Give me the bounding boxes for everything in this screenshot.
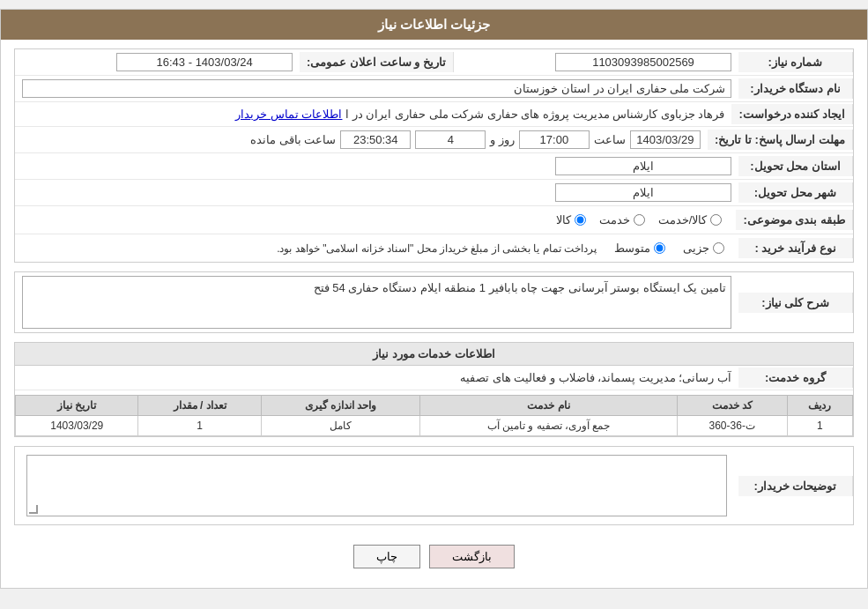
col-row-num: ردیف — [787, 396, 852, 416]
category-radio-2[interactable] — [634, 214, 645, 226]
services-section-title: اطلاعات خدمات مورد نیاز — [15, 343, 853, 366]
deadline-time-input: 17:00 — [519, 130, 590, 149]
col-service-name: نام خدمت — [420, 396, 677, 416]
row-general-desc: شرح کلی نیاز: تامین یک ایستگاه بوستر آبر… — [15, 272, 853, 332]
process-radio-2[interactable] — [654, 242, 665, 254]
row-city: شهر محل تحویل: ایلام — [15, 180, 853, 206]
row-service-group: گروه خدمت: آب رسانی؛ مدیریت پسماند، فاضل… — [15, 366, 853, 390]
page-header: جزئیات اطلاعات نیاز — [1, 10, 867, 40]
table-body: 1 ت-36-360 جمع آوری، تصفیه و تامین آب کا… — [16, 416, 853, 436]
service-group-value: آب رسانی؛ مدیریت پسماند، فاضلاب و فعالیت… — [15, 368, 738, 388]
announcement-label: تاریخ و ساعت اعلان عمومی: — [300, 52, 454, 72]
deadline-value: 1403/03/29 ساعت 17:00 روز و 4 23:50:34 س… — [15, 127, 708, 152]
cell-row-num: 1 — [787, 416, 852, 436]
bottom-buttons: بازگشت چاپ — [14, 534, 854, 579]
category-option-1: کالا — [556, 213, 586, 227]
cell-unit: کامل — [261, 416, 420, 436]
buyer-desc-label: توضیحات خریدار: — [738, 476, 853, 496]
category-label-3: کالا/خدمت — [658, 213, 708, 227]
deadline-remaining-input: 23:50:34 — [340, 130, 411, 149]
process-option-2: متوسط — [614, 241, 665, 255]
deadline-label: مهلت ارسال پاسخ: تا تاریخ: — [708, 130, 853, 150]
city-input: ایلام — [555, 183, 731, 202]
need-number-label: شماره نیاز: — [738, 52, 853, 72]
row-buyer-desc: توضیحات خریدار: — [15, 447, 853, 524]
remaining-label: ساعت باقی مانده — [250, 133, 336, 146]
date-time-row: 1403/03/29 ساعت 17:00 روز و 4 23:50:34 س… — [22, 130, 701, 149]
cell-quantity: 1 — [138, 416, 261, 436]
process-note: پرداخت تمام یا بخشی از مبلغ خریداز محل "… — [277, 242, 597, 255]
general-desc-section: شرح کلی نیاز: تامین یک ایستگاه بوستر آبر… — [14, 271, 854, 333]
process-label-1: جزیی — [683, 241, 709, 255]
announcement-input: 1403/03/24 - 16:43 — [116, 53, 293, 71]
back-button[interactable]: بازگشت — [429, 545, 515, 568]
service-group-text: آب رسانی؛ مدیریت پسماند، فاضلاب و فعالیت… — [460, 371, 731, 384]
table-header-row: ردیف کد خدمت نام خدمت واحد اندازه گیری ت… — [16, 396, 853, 416]
row-category: طبقه بندی موضوعی: کالا/خدمت خدمت — [15, 206, 853, 234]
cell-date: 1403/03/29 — [16, 416, 138, 436]
row-requester: ایجاد کننده درخواست: فرهاد جزباوی کارشنا… — [15, 102, 853, 127]
process-type-row: جزیی متوسط پرداخت تمام یا بخشی از مبلغ خ… — [22, 238, 731, 258]
resize-handle[interactable] — [29, 505, 38, 514]
category-label: طبقه بندی موضوعی: — [736, 210, 853, 230]
buyer-org-value: شرکت ملی حفاری ایران در استان خوزستان — [15, 76, 738, 101]
buyer-desc-section: توضیحات خریدار: — [14, 446, 854, 525]
category-radio-3[interactable] — [710, 214, 722, 226]
province-label: استان محل تحویل: — [738, 156, 853, 176]
category-label-1: کالا — [556, 213, 571, 227]
city-value: ایلام — [15, 180, 738, 205]
services-section: اطلاعات خدمات مورد نیاز گروه خدمت: آب رس… — [14, 342, 854, 437]
need-number-value: 1103093985002569 — [454, 49, 738, 75]
info-section: شماره نیاز: 1103093985002569 تاریخ و ساع… — [14, 48, 854, 263]
content-area: شماره نیاز: 1103093985002569 تاریخ و ساع… — [1, 40, 867, 588]
page-wrapper: جزئیات اطلاعات نیاز شماره نیاز: 11030939… — [0, 9, 868, 589]
buyer-org-input: شرکت ملی حفاری ایران در استان خوزستان — [22, 79, 731, 98]
table-row: 1 ت-36-360 جمع آوری، تصفیه و تامین آب کا… — [16, 416, 853, 436]
print-button[interactable]: چاپ — [353, 545, 420, 568]
buyer-desc-box — [26, 455, 727, 516]
category-value: کالا/خدمت خدمت کالا — [15, 206, 736, 234]
col-service-code: کد خدمت — [677, 396, 787, 416]
announcement-value: 1403/03/24 - 16:43 — [15, 49, 300, 75]
requester-label: ایجاد کننده درخواست: — [731, 104, 853, 124]
col-quantity: تعداد / مقدار — [138, 396, 261, 416]
process-option-1: جزیی — [683, 241, 724, 255]
need-number-input: 1103093985002569 — [555, 53, 731, 71]
process-label: نوع فرآیند خرید : — [738, 238, 853, 258]
category-option-2: خدمت — [599, 213, 645, 227]
row-process: نوع فرآیند خرید : جزیی متوسط پرداخت تمام… — [15, 234, 853, 262]
requester-text: فرهاد جزباوی کارشناس مدیریت پروژه های حف… — [345, 108, 724, 121]
buyer-org-label: نام دستگاه خریدار: — [738, 78, 853, 99]
general-desc-value: تامین یک ایستگاه بوستر آبرسانی جهت چاه ب… — [15, 272, 738, 332]
general-desc-text: تامین یک ایستگاه بوستر آبرسانی جهت چاه ب… — [314, 281, 726, 294]
col-unit: واحد اندازه گیری — [261, 396, 420, 416]
page-title: جزئیات اطلاعات نیاز — [378, 17, 490, 32]
cell-service-code: ت-36-360 — [677, 416, 787, 436]
general-desc-label: شرح کلی نیاز: — [738, 293, 853, 313]
process-value: جزیی متوسط پرداخت تمام یا بخشی از مبلغ خ… — [15, 234, 738, 262]
col-date: تاریخ نیاز — [16, 396, 138, 416]
row-buyer-org: نام دستگاه خریدار: شرکت ملی حفاری ایران … — [15, 76, 853, 102]
province-input: ایلام — [555, 157, 731, 175]
deadline-date-input: 1403/03/29 — [630, 130, 701, 149]
cell-service-name: جمع آوری، تصفیه و تامین آب — [420, 416, 677, 436]
row-province: استان محل تحویل: ایلام — [15, 153, 853, 180]
process-radio-1[interactable] — [713, 242, 724, 254]
deadline-days-input: 4 — [415, 130, 486, 149]
row-deadline: مهلت ارسال پاسخ: تا تاریخ: 1403/03/29 سا… — [15, 127, 853, 153]
requester-value: فرهاد جزباوی کارشناس مدیریت پروژه های حف… — [15, 104, 731, 124]
province-value: ایلام — [15, 153, 738, 179]
requester-contact-link[interactable]: اطلاعات تماس خریدار — [235, 108, 342, 121]
category-label-2: خدمت — [599, 213, 630, 227]
category-radio-group: کالا/خدمت خدمت کالا — [22, 210, 729, 230]
table-head: ردیف کد خدمت نام خدمت واحد اندازه گیری ت… — [16, 396, 853, 416]
services-table-section: ردیف کد خدمت نام خدمت واحد اندازه گیری ت… — [15, 395, 853, 436]
time-label: ساعت — [594, 133, 626, 146]
category-radio-1[interactable] — [575, 214, 586, 226]
category-option-3: کالا/خدمت — [658, 213, 723, 227]
process-label-2: متوسط — [614, 241, 650, 255]
services-table: ردیف کد خدمت نام خدمت واحد اندازه گیری ت… — [15, 395, 853, 436]
city-label: شهر محل تحویل: — [738, 182, 853, 203]
days-label: روز و — [490, 133, 515, 146]
buyer-desc-value — [15, 447, 738, 524]
